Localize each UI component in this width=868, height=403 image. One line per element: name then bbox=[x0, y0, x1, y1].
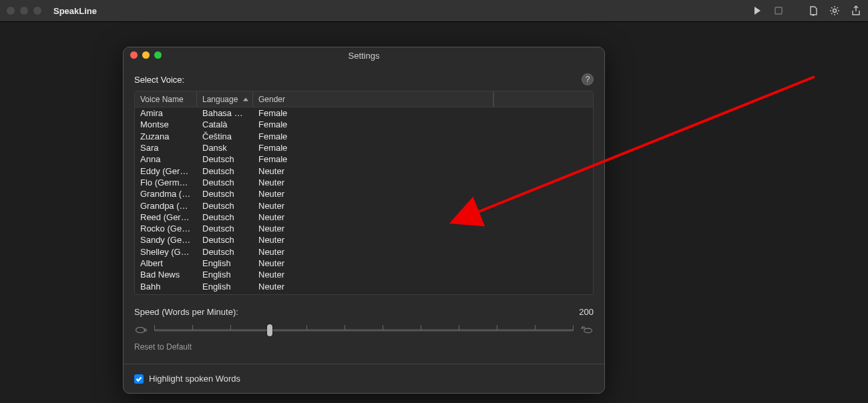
cell-gender: Neuter bbox=[253, 282, 593, 292]
table-row[interactable]: ZuzanaČeštinaFemale bbox=[135, 131, 593, 142]
cell-voice-name: Flo (German (… bbox=[135, 177, 197, 187]
table-row[interactable]: Sandy (Germ…DeutschNeuter bbox=[135, 234, 593, 246]
settings-titlebar[interactable]: Settings bbox=[124, 47, 604, 59]
cell-voice-name: Grandpa (Ge… bbox=[135, 201, 197, 211]
column-language[interactable]: Language bbox=[197, 91, 253, 107]
divider bbox=[124, 364, 604, 364]
column-label: Language bbox=[202, 95, 238, 104]
reset-to-default-button[interactable]: Reset to Default bbox=[134, 342, 594, 352]
cell-gender: Female bbox=[253, 154, 593, 164]
help-button[interactable]: ? bbox=[582, 73, 594, 85]
svg-marker-0 bbox=[754, 7, 761, 15]
cell-language: Dansk bbox=[197, 143, 253, 153]
voice-table: Voice Name Language Gender AmiraBahasa M… bbox=[134, 91, 594, 295]
settings-window: Settings Select Voice: ? Voice Name Lang… bbox=[123, 47, 605, 394]
cell-gender: Female bbox=[253, 108, 593, 118]
table-row[interactable]: Rocko (Germ…DeutschNeuter bbox=[135, 223, 593, 234]
table-row[interactable]: BahhEnglishNeuter bbox=[135, 280, 593, 292]
cell-language: Čeština bbox=[197, 131, 253, 141]
cell-voice-name: Albert bbox=[135, 258, 197, 268]
table-row[interactable]: AlbertEnglishNeuter bbox=[135, 258, 593, 269]
select-voice-label: Select Voice: bbox=[134, 75, 184, 85]
cell-language: Bahasa Mel… bbox=[197, 108, 253, 118]
column-voice-name[interactable]: Voice Name bbox=[135, 91, 197, 107]
highlight-label: Highlight spoken Words bbox=[149, 374, 240, 384]
cell-language: English bbox=[197, 282, 253, 292]
cell-language: Deutsch bbox=[197, 224, 253, 234]
cell-voice-name: Shelley (Ger… bbox=[135, 247, 197, 257]
table-row[interactable]: SaraDanskFemale bbox=[135, 142, 593, 153]
table-row[interactable]: AmiraBahasa Mel…Female bbox=[135, 107, 593, 119]
table-row[interactable]: Bad NewsEnglishNeuter bbox=[135, 269, 593, 280]
cell-gender: Neuter bbox=[253, 201, 593, 211]
cell-voice-name: Reed (Germa… bbox=[135, 212, 197, 222]
cell-gender: Neuter bbox=[253, 166, 593, 176]
zoom-icon[interactable] bbox=[33, 7, 41, 15]
settings-title: Settings bbox=[124, 51, 604, 61]
minimize-icon[interactable] bbox=[20, 7, 28, 15]
add-file-icon[interactable] bbox=[808, 5, 819, 16]
column-gender[interactable]: Gender bbox=[253, 91, 493, 107]
cell-gender: Neuter bbox=[253, 235, 593, 245]
cell-gender: Female bbox=[253, 131, 593, 141]
cell-voice-name: Bahh bbox=[135, 282, 197, 292]
cell-voice-name: Grandma (Ge… bbox=[135, 189, 197, 199]
svg-point-2 bbox=[833, 9, 837, 13]
cell-gender: Neuter bbox=[253, 177, 593, 187]
window-controls[interactable] bbox=[7, 7, 41, 15]
cell-voice-name: Sandy (Germ… bbox=[135, 235, 197, 245]
close-icon[interactable] bbox=[7, 7, 15, 15]
cell-language: Deutsch bbox=[197, 166, 253, 176]
chevron-up-icon bbox=[243, 97, 248, 101]
cell-voice-name: Bad News bbox=[135, 270, 197, 280]
table-row[interactable]: MontseCatalàFemale bbox=[135, 119, 593, 130]
app-toolbar: SpeakLine bbox=[0, 0, 868, 22]
cell-language: Deutsch bbox=[197, 212, 253, 222]
cell-gender: Neuter bbox=[253, 224, 593, 234]
cell-language: English bbox=[197, 258, 253, 268]
table-row[interactable]: Grandpa (Ge…DeutschNeuter bbox=[135, 199, 593, 211]
app-title: SpeakLine bbox=[53, 6, 97, 16]
cell-language: Català bbox=[197, 119, 253, 129]
svg-rect-1 bbox=[775, 7, 782, 14]
speed-value: 200 bbox=[579, 307, 594, 317]
table-row[interactable]: Eddy (Germa…DeutschNeuter bbox=[135, 165, 593, 176]
table-row[interactable]: Shelley (Ger…DeutschNeuter bbox=[135, 246, 593, 258]
cell-gender: Neuter bbox=[253, 189, 593, 199]
cell-language: Deutsch bbox=[197, 201, 253, 211]
cell-voice-name: Amira bbox=[135, 108, 197, 118]
voice-table-header: Voice Name Language Gender bbox=[135, 91, 593, 107]
slider-thumb[interactable] bbox=[267, 324, 272, 336]
share-icon[interactable] bbox=[851, 5, 861, 16]
svg-point-5 bbox=[584, 329, 592, 334]
svg-point-4 bbox=[144, 329, 146, 331]
speed-label: Speed (Words per Minute): bbox=[134, 307, 238, 317]
cell-voice-name: Anna bbox=[135, 154, 197, 164]
voice-table-body[interactable]: AmiraBahasa Mel…FemaleMontseCatalàFemale… bbox=[135, 107, 593, 294]
cell-language: Deutsch bbox=[197, 177, 253, 187]
cell-voice-name: Montse bbox=[135, 119, 197, 129]
cell-voice-name: Eddy (Germa… bbox=[135, 166, 197, 176]
cell-gender: Female bbox=[253, 119, 593, 129]
column-label: Voice Name bbox=[140, 95, 184, 104]
cell-gender: Neuter bbox=[253, 270, 593, 280]
table-row[interactable]: Flo (German (…DeutschNeuter bbox=[135, 177, 593, 188]
cell-gender: Neuter bbox=[253, 212, 593, 222]
cell-gender: Neuter bbox=[253, 247, 593, 257]
cell-language: English bbox=[197, 270, 253, 280]
speed-slider[interactable] bbox=[154, 324, 574, 337]
table-row[interactable]: AnnaDeutschFemale bbox=[135, 153, 593, 165]
table-row[interactable]: Reed (Germa…DeutschNeuter bbox=[135, 212, 593, 223]
cell-gender: Female bbox=[253, 143, 593, 153]
cell-voice-name: Zuzana bbox=[135, 131, 197, 141]
stop-icon[interactable] bbox=[773, 5, 784, 16]
cell-language: Deutsch bbox=[197, 189, 253, 199]
cell-language: Deutsch bbox=[197, 247, 253, 257]
table-row[interactable]: Grandma (Ge…DeutschNeuter bbox=[135, 188, 593, 199]
rabbit-icon bbox=[580, 326, 594, 335]
play-icon[interactable] bbox=[752, 5, 763, 16]
cell-gender: Neuter bbox=[253, 258, 593, 268]
cell-language: Deutsch bbox=[197, 154, 253, 164]
gear-icon[interactable] bbox=[829, 5, 840, 16]
highlight-checkbox[interactable] bbox=[134, 374, 144, 384]
